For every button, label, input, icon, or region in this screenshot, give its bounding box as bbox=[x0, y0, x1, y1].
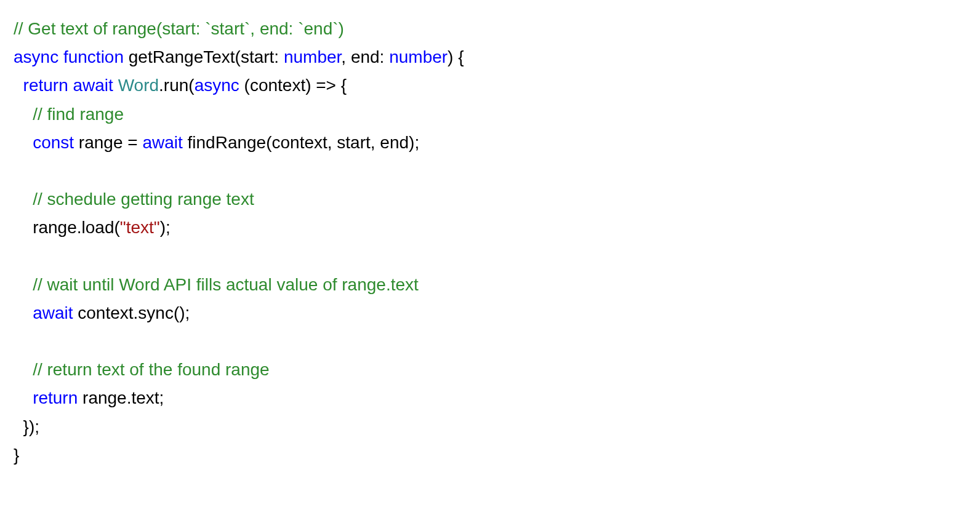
keyword-return: return bbox=[23, 76, 68, 95]
code-line-1: // Get text of range(start: `start`, end… bbox=[14, 19, 344, 38]
code-line-15: }); bbox=[14, 417, 39, 436]
code-line-10: // wait until Word API fills actual valu… bbox=[14, 275, 419, 294]
comment-text: // find range bbox=[33, 105, 124, 124]
code-line-3: return await Word.run(async (context) =>… bbox=[14, 76, 347, 95]
string-literal: "text" bbox=[120, 218, 160, 237]
keyword-number: number bbox=[389, 47, 448, 66]
type-word: Word bbox=[118, 76, 159, 95]
code-line-5: const range = await findRange(context, s… bbox=[14, 133, 419, 152]
code-line-7: // schedule getting range text bbox=[14, 190, 254, 209]
comment-text: // Get text of range(start: `start`, end… bbox=[14, 19, 344, 38]
code-line-4: // find range bbox=[14, 105, 124, 124]
comment-text: // wait until Word API fills actual valu… bbox=[33, 275, 419, 294]
keyword-const: const bbox=[33, 133, 74, 152]
keyword-await: await bbox=[33, 303, 73, 322]
keyword-function: function bbox=[63, 47, 124, 66]
keyword-await: await bbox=[73, 76, 113, 95]
keyword-async: async bbox=[14, 47, 58, 66]
comment-text: // return text of the found range bbox=[33, 360, 269, 379]
code-snippet: // Get text of range(start: `start`, end… bbox=[14, 15, 966, 469]
code-line-13: // return text of the found range bbox=[14, 360, 270, 379]
comment-text: // schedule getting range text bbox=[33, 190, 254, 209]
keyword-return: return bbox=[33, 388, 78, 407]
code-line-11: await context.sync(); bbox=[14, 303, 190, 322]
keyword-async: async bbox=[195, 76, 239, 95]
code-line-8: range.load("text"); bbox=[14, 218, 171, 237]
code-line-2: async function getRangeText(start: numbe… bbox=[14, 47, 464, 66]
keyword-number: number bbox=[284, 47, 341, 66]
keyword-await: await bbox=[142, 133, 182, 152]
code-line-14: return range.text; bbox=[14, 388, 164, 407]
function-signature: getRangeText(start: bbox=[124, 47, 284, 66]
code-line-16: } bbox=[14, 445, 19, 465]
